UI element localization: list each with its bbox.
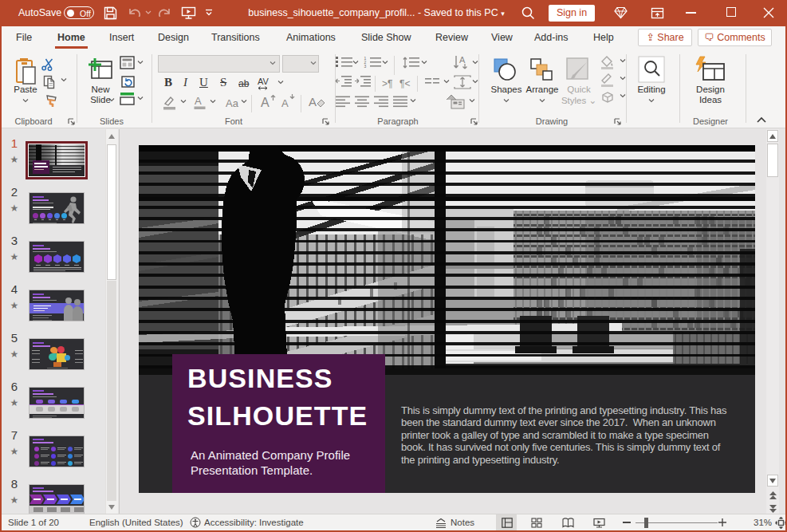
svg-text:A: A: [281, 97, 289, 109]
svg-text:A: A: [261, 96, 270, 109]
svg-text:3: 3: [364, 64, 367, 69]
svg-text:A: A: [459, 55, 466, 65]
svg-text:A: A: [195, 95, 202, 107]
svg-text:A: A: [309, 95, 317, 108]
svg-text:AV: AV: [258, 77, 270, 86]
